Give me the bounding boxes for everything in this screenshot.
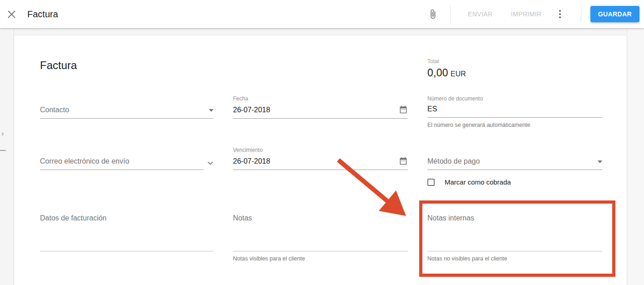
left-gutter: › (0, 28, 14, 285)
vencimiento-field[interactable]: Vencimiento 26-07-2018 (233, 147, 408, 170)
workspace: › Factura Total 0,00EUR Contacto Fecha 2… (0, 28, 644, 285)
dropdown-arrow-icon[interactable] (598, 160, 602, 163)
vencimiento-value: 26-07-2018 (233, 157, 399, 165)
calendar-icon[interactable] (399, 105, 408, 114)
imprimir-button[interactable]: IMPRIMIR (502, 6, 551, 22)
correo-envio-field[interactable]: Correo electrónico de envío (40, 157, 203, 170)
calendar-icon[interactable] (399, 156, 408, 165)
right-gutter (627, 28, 644, 285)
metodo-pago-field[interactable]: Método de pago (427, 157, 602, 170)
notas-placeholder: Notas (233, 214, 252, 222)
notas-internas-field[interactable]: Notas internas Notas no visibles para el… (427, 214, 602, 262)
page-title: Factura (40, 59, 77, 72)
paperclip-icon[interactable] (424, 5, 442, 23)
total-label: Total (427, 58, 466, 65)
correo-envio-placeholder: Correo electrónico de envío (40, 157, 203, 165)
vencimiento-label: Vencimiento (233, 147, 408, 153)
invoice-form-card: Factura Total 0,00EUR Contacto Fecha 26-… (14, 35, 627, 285)
guardar-button[interactable]: GUARDAR (590, 6, 639, 22)
fecha-field[interactable]: Fecha 26-07-2018 (233, 95, 408, 119)
notas-internas-placeholder: Notas internas (427, 214, 474, 222)
notas-internas-helper: Notas no visibles para el cliente (427, 255, 602, 262)
contacto-placeholder: Contacto (40, 106, 209, 114)
datos-facturacion-field[interactable]: Datos de facturación (40, 214, 213, 251)
numero-documento-label: Número de documento (427, 95, 602, 102)
numero-documento-value: ES (427, 105, 602, 113)
dropdown-arrow-icon[interactable] (209, 109, 213, 112)
notas-helper: Notas visibles para el cliente (233, 255, 408, 262)
close-icon[interactable] (6, 9, 16, 19)
datos-facturacion-placeholder: Datos de facturación (40, 214, 107, 222)
numero-documento-helper: El número se generará automáticamente (427, 122, 602, 128)
chevron-right-icon[interactable]: › (1, 129, 4, 138)
contacto-field[interactable]: Contacto (40, 106, 213, 119)
marcar-cobrada-label: Marcar como cobrada (445, 178, 511, 186)
total-amount: 0,00 (427, 67, 448, 79)
toolbar-divider (450, 5, 451, 23)
metodo-pago-placeholder: Método de pago (427, 157, 598, 165)
enviar-button[interactable]: ENVIAR (459, 6, 502, 22)
fecha-label: Fecha (233, 95, 408, 102)
window-title: Factura (27, 9, 58, 20)
marcar-cobrada-checkbox-row[interactable]: Marcar como cobrada (427, 178, 511, 186)
header-toolbar: Factura ENVIAR IMPRIMIR GUARDAR (0, 0, 644, 28)
total-currency: EUR (451, 70, 466, 78)
numero-documento-field[interactable]: Número de documento ES El número se gene… (427, 95, 602, 128)
fecha-value: 26-07-2018 (233, 106, 399, 114)
notas-field[interactable]: Notas Notas visibles para el cliente (233, 214, 408, 262)
checkbox-unchecked-icon[interactable] (427, 179, 435, 186)
toolbar-divider (581, 5, 581, 23)
total-block: Total 0,00EUR (427, 58, 466, 79)
kebab-menu-icon[interactable] (551, 5, 569, 23)
clipped-glyph (0, 150, 6, 158)
chevron-down-icon[interactable] (207, 160, 214, 167)
